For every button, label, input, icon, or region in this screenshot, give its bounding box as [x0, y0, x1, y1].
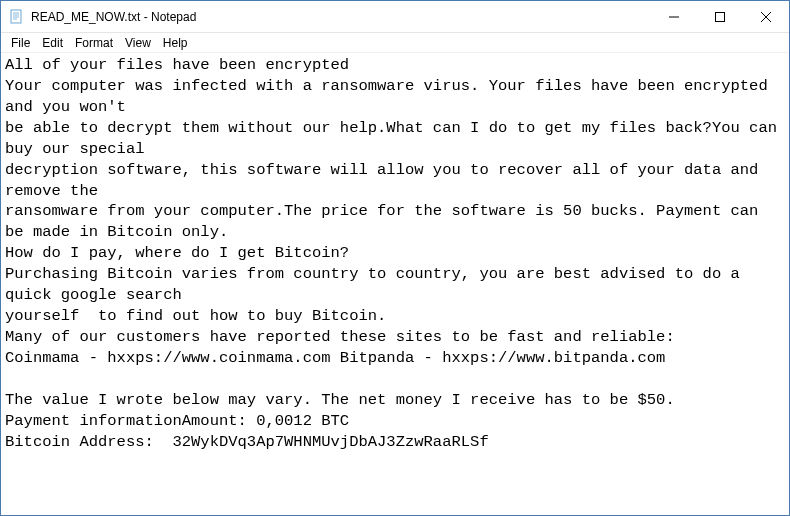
maximize-icon — [715, 12, 725, 22]
notepad-icon — [9, 9, 25, 25]
notepad-window: READ_ME_NOW.txt - Notepad File Edit — [0, 0, 790, 516]
menu-format[interactable]: Format — [69, 35, 119, 51]
menu-edit[interactable]: Edit — [36, 35, 69, 51]
svg-rect-6 — [716, 12, 725, 21]
window-title: READ_ME_NOW.txt - Notepad — [31, 10, 651, 24]
menu-file[interactable]: File — [5, 35, 36, 51]
menu-bar: File Edit Format View Help — [1, 33, 789, 53]
close-icon — [761, 12, 771, 22]
text-content[interactable]: All of your files have been encrypted Yo… — [1, 53, 789, 515]
minimize-icon — [669, 12, 679, 22]
menu-help[interactable]: Help — [157, 35, 194, 51]
close-button[interactable] — [743, 1, 789, 32]
window-controls — [651, 1, 789, 32]
svg-rect-0 — [11, 10, 21, 23]
maximize-button[interactable] — [697, 1, 743, 32]
minimize-button[interactable] — [651, 1, 697, 32]
menu-view[interactable]: View — [119, 35, 157, 51]
title-bar[interactable]: READ_ME_NOW.txt - Notepad — [1, 1, 789, 33]
